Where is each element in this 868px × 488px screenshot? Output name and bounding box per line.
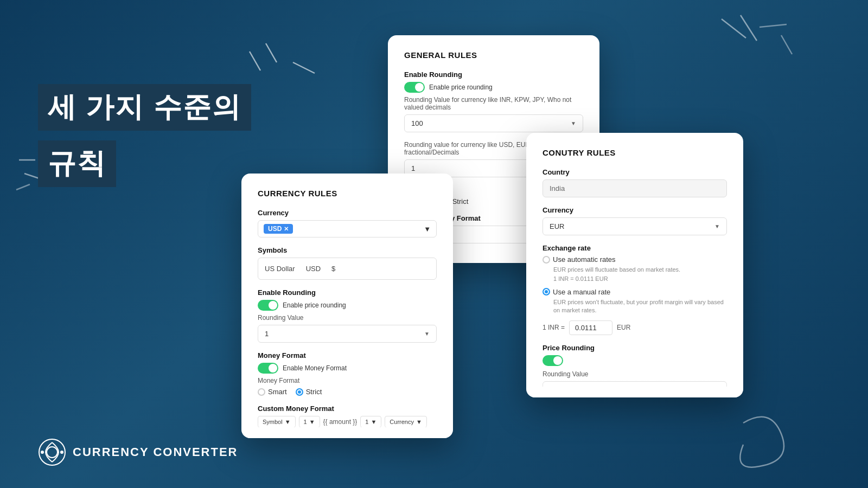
country-input[interactable] bbox=[542, 179, 727, 197]
svg-line-7 bbox=[741, 15, 757, 41]
auto-rates-note: EUR prices will fluctuate based on marke… bbox=[553, 266, 727, 274]
price-rounding-section: Price Rounding Rounding Value 1 ▼ bbox=[542, 344, 727, 387]
currency-rules-title: CURRENCY RULES bbox=[258, 189, 437, 198]
korean-line2: 규칙 bbox=[48, 147, 106, 179]
general-rounding-note1: Rounding Value for currency like INR, KP… bbox=[404, 96, 583, 111]
currency-money-format-radio: Smart Strict bbox=[258, 388, 437, 396]
manual-rates-radio bbox=[542, 288, 550, 296]
manual-rates-label: Use a manual rate bbox=[553, 288, 610, 296]
currency-select-chevron: ▼ bbox=[424, 225, 431, 233]
symbols-box: US Dollar USD $ bbox=[258, 258, 437, 280]
manual-rates-note: EUR prices won't fluctuate, but your pro… bbox=[553, 298, 727, 315]
currency-field-section: Currency USD ✕ ▼ bbox=[258, 209, 437, 237]
country-currency-label: Currency bbox=[542, 206, 727, 214]
currency-select[interactable]: USD ✕ ▼ bbox=[258, 220, 437, 237]
svg-line-1 bbox=[266, 43, 277, 62]
country-field-section: Country bbox=[542, 168, 727, 197]
currency-smart-radio bbox=[258, 388, 265, 396]
manual-rates-option[interactable]: Use a manual rate bbox=[542, 288, 727, 296]
price-rounding-label: Price Rounding bbox=[542, 344, 727, 352]
currency-money-format-label: Money Format bbox=[258, 351, 437, 359]
price-rounding-value-label: Rounding Value bbox=[542, 370, 727, 378]
currency-tag[interactable]: USD ✕ bbox=[264, 224, 293, 234]
country-currency-section: Currency EUR ▼ bbox=[542, 206, 727, 235]
inr-label: 1 INR = bbox=[542, 324, 565, 331]
symbols-label: Symbols bbox=[258, 246, 437, 254]
country-currency-select[interactable]: EUR ▼ bbox=[542, 217, 727, 235]
svg-point-13 bbox=[60, 451, 63, 454]
general-rounding-toggle-row: Enable price rounding bbox=[404, 82, 583, 93]
logo-icon bbox=[38, 438, 66, 466]
country-currency-chevron: ▼ bbox=[714, 223, 720, 229]
currency-strict-radio bbox=[296, 388, 303, 396]
korean-title-block: 세 가지 수준의 규칙 bbox=[38, 84, 251, 194]
currency-money-toggle-row: Enable Money Format bbox=[258, 363, 437, 374]
currency-money-toggle-label: Enable Money Format bbox=[283, 364, 347, 372]
price-rounding-toggle[interactable] bbox=[542, 355, 563, 366]
currency-enable-rounding-section: Enable Rounding Enable price rounding Ro… bbox=[258, 288, 437, 343]
currency-strict-option[interactable]: Strict bbox=[296, 388, 322, 396]
symbols-section: Symbols US Dollar USD $ bbox=[258, 246, 437, 280]
symbol-code: USD bbox=[306, 265, 321, 273]
currency-rounding-toggle-row: Enable price rounding bbox=[258, 300, 437, 311]
country-rules-title: CONUTRY RULES bbox=[542, 148, 727, 157]
currency-rounding-toggle[interactable] bbox=[258, 300, 278, 311]
logo-area: CURRENCY CONVERTER bbox=[38, 438, 238, 466]
currency-rounding-value-select[interactable]: 1 ▼ bbox=[258, 325, 437, 343]
country-label: Country bbox=[542, 168, 727, 176]
currency-custom-format-label: Custom Money Format bbox=[258, 404, 437, 413]
currency-smart-option[interactable]: Smart bbox=[258, 388, 287, 396]
svg-line-8 bbox=[760, 24, 787, 27]
svg-line-5 bbox=[16, 184, 30, 190]
currency-rounding-value-label: Rounding Value bbox=[258, 314, 437, 322]
exchange-rate-row: 1 INR = 0.0111 EUR bbox=[542, 320, 727, 335]
general-rules-title: GENERAL RULES bbox=[404, 50, 583, 60]
currency-label: Currency bbox=[258, 209, 437, 217]
rounding-chevron: ▼ bbox=[424, 331, 430, 337]
symbol-name: US Dollar bbox=[265, 265, 295, 273]
currency-rounding-label: Enable Rounding bbox=[258, 288, 437, 297]
exchange-rate-section: Exchange rate Use automatic rates EUR pr… bbox=[542, 244, 727, 335]
auto-rates-note2: 1 INR = 0.0111 EUR bbox=[553, 275, 727, 283]
remove-currency-icon[interactable]: ✕ bbox=[284, 226, 289, 233]
exchange-rate-label: Exchange rate bbox=[542, 244, 727, 252]
svg-line-0 bbox=[250, 52, 260, 70]
general-rounding-value1-select[interactable]: 100 ▼ bbox=[404, 114, 583, 132]
auto-rates-radio bbox=[542, 256, 550, 264]
auto-rates-label: Use automatic rates bbox=[553, 255, 616, 264]
general-rounding-toggle[interactable] bbox=[404, 82, 425, 93]
chevron-down-icon: ▼ bbox=[571, 120, 576, 126]
korean-line1: 세 가지 수준의 bbox=[48, 91, 241, 123]
exchange-rate-input[interactable]: 0.0111 bbox=[569, 320, 612, 335]
svg-line-6 bbox=[722, 19, 746, 38]
logo-text: CURRENCY CONVERTER bbox=[73, 445, 238, 459]
svg-point-11 bbox=[47, 447, 58, 458]
currency-money-format-section: Money Format Enable Money Format Money F… bbox=[258, 351, 437, 396]
exchange-currency-unit: EUR bbox=[617, 324, 630, 331]
svg-line-2 bbox=[293, 62, 315, 73]
general-enable-rounding-section: Enable Rounding Enable price rounding Ro… bbox=[404, 70, 583, 132]
symbol-char: $ bbox=[331, 265, 335, 273]
currency-money-toggle[interactable] bbox=[258, 363, 278, 374]
svg-point-12 bbox=[41, 451, 44, 454]
svg-line-9 bbox=[781, 35, 792, 54]
auto-rates-option[interactable]: Use automatic rates bbox=[542, 255, 727, 264]
currency-rules-card: CURRENCY RULES Currency USD ✕ ▼ Symbols … bbox=[241, 174, 453, 438]
currency-money-format-sublabel: Money Format bbox=[258, 377, 437, 384]
general-rounding-toggle-label: Enable price rounding bbox=[429, 84, 493, 91]
country-rules-card: CONUTRY RULES Country Currency EUR ▼ Exc… bbox=[526, 133, 743, 397]
general-rounding-label: Enable Rounding bbox=[404, 70, 583, 79]
currency-rounding-toggle-label: Enable price rounding bbox=[283, 301, 346, 309]
